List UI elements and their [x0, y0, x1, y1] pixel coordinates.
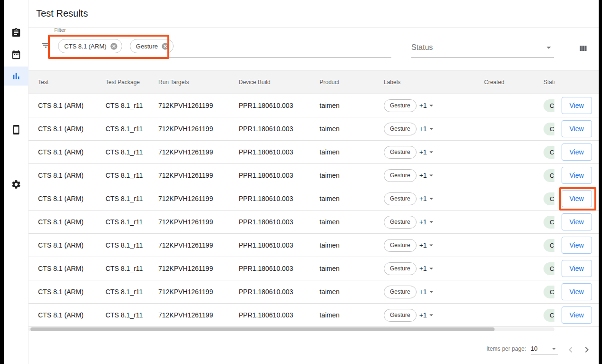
chevron-down-icon	[427, 311, 436, 319]
view-button[interactable]: View	[562, 237, 592, 254]
next-page-button[interactable]	[581, 344, 592, 355]
cell-run-targets: 712KPVH1261199	[158, 241, 239, 249]
calendar-icon[interactable]	[11, 49, 21, 60]
view-button[interactable]: View	[562, 283, 592, 300]
gear-icon[interactable]	[11, 179, 21, 190]
smartphone-icon[interactable]	[11, 125, 21, 135]
cell-status: C	[544, 146, 554, 159]
cell-test: CTS 8.1 (ARM)	[29, 265, 106, 272]
status-dropdown[interactable]: Status	[411, 41, 554, 54]
more-labels-dropdown[interactable]: +1	[419, 287, 436, 296]
cell-test-package: CTS 8.1_r11	[106, 102, 158, 109]
results-table: Test Test Package Run Targets Device Bui…	[29, 70, 599, 327]
more-labels-dropdown[interactable]: +1	[419, 194, 436, 203]
cell-status: C	[544, 286, 554, 298]
cell-device-build: PPR1.180610.003	[239, 172, 320, 179]
label-chip: Gesture	[384, 309, 417, 322]
columns-icon[interactable]	[578, 44, 588, 53]
remove-chip-icon[interactable]	[161, 42, 169, 50]
chevron-down-icon	[427, 218, 436, 226]
cell-test: CTS 8.1 (ARM)	[29, 288, 106, 296]
more-labels-dropdown[interactable]: +1	[419, 311, 436, 319]
cell-device-build: PPR1.180610.003	[239, 125, 320, 133]
tasks-icon[interactable]	[11, 28, 21, 38]
more-labels-count: +1	[419, 102, 427, 109]
more-labels-count: +1	[419, 195, 427, 202]
label-chip: Gesture	[384, 239, 417, 252]
more-labels-dropdown[interactable]: +1	[419, 171, 436, 180]
more-labels-dropdown[interactable]: +1	[419, 241, 436, 249]
cell-test: CTS 8.1 (ARM)	[29, 148, 106, 156]
label-chip: Gesture	[384, 216, 417, 229]
view-button[interactable]: View	[562, 307, 592, 324]
cell-run-targets: 712KPVH1261199	[158, 218, 239, 226]
column-header-product: Product	[320, 79, 384, 86]
chevron-down-icon	[427, 171, 436, 180]
view-button[interactable]: View	[562, 120, 592, 137]
cell-device-build: PPR1.180610.003	[239, 311, 320, 319]
cell-product: taimen	[320, 311, 384, 319]
status-badge: C	[544, 192, 554, 205]
view-button[interactable]: View	[562, 213, 592, 230]
cell-test-package: CTS 8.1_r11	[106, 288, 158, 296]
more-labels-dropdown[interactable]: +1	[419, 125, 436, 133]
cell-labels: Gesture +1	[384, 99, 484, 112]
cell-status: C	[544, 169, 554, 182]
window-edge-right	[599, 0, 602, 364]
remove-chip-icon[interactable]	[110, 42, 118, 50]
view-button[interactable]: View	[562, 144, 592, 161]
table-action-row: View	[554, 304, 599, 327]
column-header-created: Created	[484, 79, 544, 86]
more-labels-dropdown[interactable]: +1	[419, 101, 436, 110]
bar-chart-icon[interactable]	[11, 71, 21, 81]
more-labels-dropdown[interactable]: +1	[419, 264, 436, 273]
table-row: CTS 8.1 (ARM) CTS 8.1_r11 712KPVH1261199…	[29, 94, 554, 117]
horizontal-scrollbar-thumb[interactable]	[30, 327, 495, 331]
status-badge: C	[544, 146, 554, 159]
sidebar	[4, 0, 29, 364]
cell-product: taimen	[320, 102, 384, 109]
cell-run-targets: 712KPVH1261199	[158, 311, 239, 319]
window-edge-left	[0, 0, 4, 364]
cell-test-package: CTS 8.1_r11	[106, 241, 158, 249]
column-header-device-build: Device Build	[239, 79, 320, 86]
more-labels-dropdown[interactable]: +1	[419, 148, 436, 156]
previous-page-button[interactable]	[565, 344, 576, 355]
horizontal-scrollbar-track[interactable]	[29, 327, 554, 331]
filter-field-label: Filter	[54, 27, 66, 33]
cell-run-targets: 712KPVH1261199	[158, 125, 239, 133]
table-row: CTS 8.1 (ARM) CTS 8.1_r11 712KPVH1261199…	[29, 234, 554, 257]
cell-test-package: CTS 8.1_r11	[106, 265, 158, 272]
view-button[interactable]: View	[562, 260, 592, 277]
cell-status: C	[544, 123, 554, 135]
cell-test: CTS 8.1 (ARM)	[29, 172, 106, 179]
status-badge: C	[544, 123, 554, 135]
cell-test: CTS 8.1 (ARM)	[29, 311, 106, 319]
more-labels-dropdown[interactable]: +1	[419, 218, 436, 226]
table-row: CTS 8.1 (ARM) CTS 8.1_r11 712KPVH1261199…	[29, 141, 554, 164]
view-button[interactable]: View	[562, 97, 592, 114]
chevron-down-icon	[427, 287, 436, 296]
more-labels-count: +1	[419, 311, 427, 319]
chevron-down-icon	[427, 194, 436, 203]
cell-labels: Gesture +1	[384, 262, 484, 275]
items-per-page-select[interactable]: 10	[531, 343, 558, 354]
table-action-row: View	[554, 94, 599, 117]
page-title: Test Results	[36, 8, 88, 19]
view-button[interactable]: View	[562, 167, 592, 184]
table-rows: CTS 8.1 (ARM) CTS 8.1_r11 712KPVH1261199…	[29, 94, 554, 327]
filter-icon[interactable]	[41, 40, 50, 50]
cell-product: taimen	[320, 125, 384, 133]
cell-product: taimen	[320, 148, 384, 156]
page-header: Test Results	[29, 0, 599, 28]
view-button[interactable]: View	[562, 190, 592, 207]
cell-test-package: CTS 8.1_r11	[106, 125, 158, 133]
cell-status: C	[544, 309, 554, 322]
table-row: CTS 8.1 (ARM) CTS 8.1_r11 712KPVH1261199…	[29, 280, 554, 304]
cell-product: taimen	[320, 241, 384, 249]
filter-field-underline	[58, 57, 391, 57]
cell-run-targets: 712KPVH1261199	[158, 265, 239, 272]
cell-product: taimen	[320, 218, 384, 226]
action-rows: View View View View View View View View …	[554, 94, 599, 327]
cell-run-targets: 712KPVH1261199	[158, 195, 239, 202]
